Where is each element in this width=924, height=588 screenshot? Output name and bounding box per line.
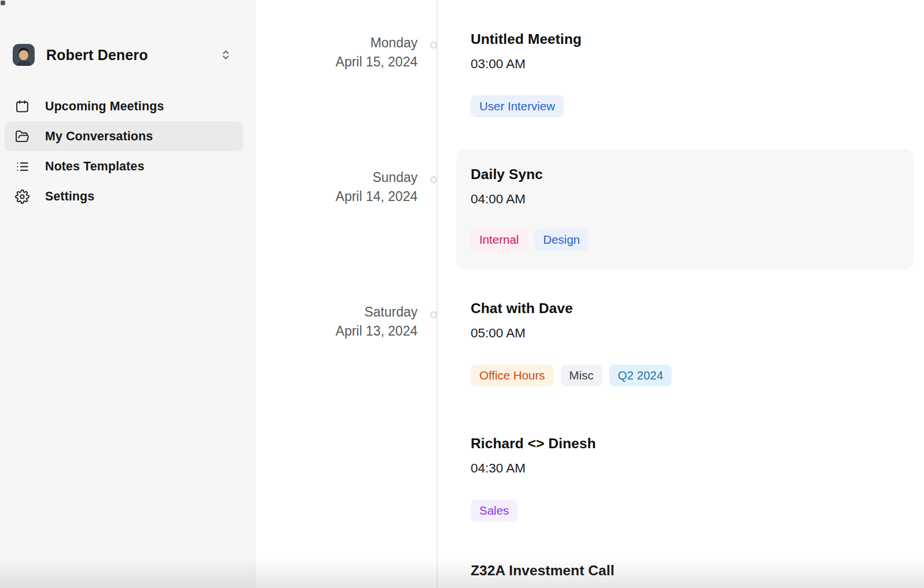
meeting-title: Daily Sync: [471, 165, 899, 184]
tag-chip[interactable]: Q2 2024: [609, 364, 672, 386]
day-name: Saturday: [256, 303, 418, 322]
sidebar-item-label: Upcoming Meetings: [45, 99, 164, 114]
sidebar-item-settings[interactable]: Settings: [5, 181, 243, 211]
gear-icon: [15, 189, 29, 204]
tag-chip[interactable]: Design: [534, 229, 588, 251]
conversations-timeline: Monday April 15, 2024 Sunday April 14, 2…: [256, 0, 924, 588]
meeting-tags: Sales: [471, 500, 596, 522]
meeting-tags: Internal Design: [471, 229, 899, 251]
timeline-line: [437, 0, 438, 588]
app-window: Robert Denero Upcoming Meetings: [0, 0, 924, 588]
day-date: April 13, 2024: [256, 322, 418, 341]
sidebar-item-notes-templates[interactable]: Notes Templates: [5, 151, 243, 181]
tag-chip[interactable]: Office Hours: [471, 364, 554, 386]
date-label: Saturday April 13, 2024: [256, 303, 418, 341]
sidebar-item-my-conversations[interactable]: My Conversations: [5, 121, 243, 151]
day-name: Sunday: [256, 168, 418, 187]
timeline-dot: [430, 311, 437, 318]
meeting-time: 03:00 AM: [471, 55, 582, 73]
day-name: Monday: [256, 34, 418, 53]
date-label: Sunday April 14, 2024: [256, 168, 418, 206]
timeline-dot: [430, 176, 437, 183]
day-date: April 15, 2024: [256, 53, 418, 72]
meeting-title: Chat with Dave: [471, 299, 672, 318]
sidebar-item-upcoming-meetings[interactable]: Upcoming Meetings: [5, 91, 243, 121]
day-date: April 14, 2024: [256, 187, 418, 206]
list-icon: [15, 159, 29, 174]
window-corner-mark: [1, 1, 5, 5]
sidebar-item-label: Settings: [45, 189, 95, 204]
meeting-time: 05:00 AM: [471, 325, 672, 342]
tag-chip[interactable]: Sales: [471, 500, 517, 522]
meeting-entry[interactable]: Chat with Dave 05:00 AM Office Hours Mis…: [471, 299, 672, 386]
date-label: Monday April 15, 2024: [256, 34, 418, 72]
meeting-tags: User Interview: [471, 95, 582, 117]
meeting-time: 04:00 AM: [471, 191, 899, 208]
meeting-title: Z32A Investment Call: [471, 561, 614, 580]
folder-open-icon: [15, 129, 29, 144]
sidebar-item-label: My Conversations: [45, 129, 153, 144]
meeting-entry[interactable]: Richard <> Dinesh 04:30 AM Sales: [471, 434, 596, 522]
meeting-time: 04:30 AM: [471, 460, 596, 477]
sidebar-item-label: Notes Templates: [45, 159, 144, 174]
meeting-title: Richard <> Dinesh: [471, 434, 596, 453]
tag-chip[interactable]: Misc: [561, 364, 602, 386]
user-name: Robert Denero: [46, 47, 148, 64]
sidebar-nav: Upcoming Meetings My Conversations: [5, 91, 243, 211]
meeting-entry[interactable]: Z32A Investment Call: [471, 561, 614, 580]
chevron-updown-icon[interactable]: [219, 48, 233, 62]
calendar-icon: [15, 99, 29, 114]
tag-chip[interactable]: User Interview: [471, 95, 564, 117]
meeting-entry[interactable]: Untitled Meeting 03:00 AM User Interview: [471, 30, 582, 117]
user-profile[interactable]: Robert Denero: [0, 42, 255, 68]
tag-chip[interactable]: Internal: [471, 229, 527, 251]
sidebar: Robert Denero Upcoming Meetings: [0, 0, 255, 588]
meeting-entry-highlighted[interactable]: Daily Sync 04:00 AM Internal Design: [456, 149, 914, 269]
avatar: [13, 44, 35, 66]
meeting-title: Untitled Meeting: [471, 30, 582, 49]
timeline-dot: [430, 42, 437, 49]
meeting-tags: Office Hours Misc Q2 2024: [471, 364, 672, 386]
